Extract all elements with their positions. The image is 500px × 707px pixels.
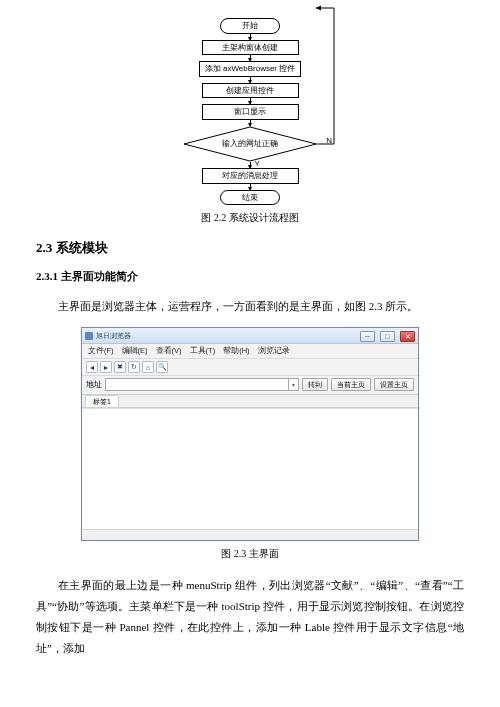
address-dropdown-icon[interactable]: ▾: [288, 379, 298, 390]
menu-history[interactable]: 浏览记录: [257, 346, 291, 356]
tool-strip: ◄ ► ✖ ↻ ⌂ 🔍: [82, 359, 418, 376]
title-bar: 旭日浏览器 ─ □ ✕: [82, 328, 418, 344]
heading-2-3-1: 2.3.1 主界面功能简介: [36, 269, 464, 284]
address-panel: 地址 ▾ 转到 当前主页 设置主页: [82, 376, 418, 395]
tab-strip: 标签1: [82, 395, 418, 408]
stop-icon[interactable]: ✖: [114, 361, 126, 373]
flow-decision-label: 输入的网址正确: [170, 126, 330, 162]
flow-step-5: 对应的消息处理: [202, 168, 299, 184]
paragraph-1: 主界面是浏览器主体，运营程序，一方面看到的是主界面，如图 2.3 所示。: [36, 296, 464, 317]
flow-decision-yes: Y: [255, 159, 260, 168]
back-icon[interactable]: ◄: [86, 361, 98, 373]
flow-step-3: 创建应用控件: [202, 83, 299, 99]
svg-marker-1: [316, 5, 321, 10]
set-home-button[interactable]: 设置主页: [374, 378, 414, 391]
tab-1[interactable]: 标签1: [85, 395, 119, 407]
flow-decision: 输入的网址正确 N: [170, 126, 330, 162]
search-icon[interactable]: 🔍: [156, 361, 168, 373]
flow-step-2: 添加 axWebBrowser 控件: [199, 61, 302, 77]
address-input[interactable]: ▾: [105, 378, 299, 391]
window-title: 旭日浏览器: [96, 331, 131, 341]
figure-caption-22: 图 2.2 系统设计流程图: [36, 211, 464, 225]
figure-caption-23: 图 2.3 主界面: [36, 547, 464, 561]
current-home-button[interactable]: 当前主页: [331, 378, 371, 391]
maximize-button[interactable]: □: [380, 331, 395, 342]
menu-bar: 文件(F) 编辑(E) 查看(V) 工具(T) 帮助(H) 浏览记录: [82, 344, 418, 359]
flowchart: 开始 主架构窗体创建 添加 axWebBrowser 控件 创建应用控件 窗口显…: [160, 18, 340, 205]
menu-file[interactable]: 文件(F): [87, 346, 115, 356]
menu-help[interactable]: 帮助(H): [222, 346, 250, 356]
close-button[interactable]: ✕: [400, 331, 415, 342]
flow-end: 结束: [220, 190, 280, 206]
refresh-icon[interactable]: ↻: [128, 361, 140, 373]
address-label: 地址: [86, 380, 102, 390]
app-window: 旭日浏览器 ─ □ ✕ 文件(F) 编辑(E) 查看(V) 工具(T) 帮助(H…: [81, 327, 419, 541]
menu-tools[interactable]: 工具(T): [189, 346, 217, 356]
paragraph-2: 在主界面的最上边是一种 menuStrip 组件，列出浏览器“文献”、“编辑”、…: [36, 575, 464, 659]
flow-start: 开始: [220, 18, 280, 34]
home-icon[interactable]: ⌂: [142, 361, 154, 373]
menu-view[interactable]: 查看(V): [155, 346, 183, 356]
app-icon: [85, 332, 93, 340]
flow-step-1: 主架构窗体创建: [202, 40, 299, 56]
menu-edit[interactable]: 编辑(E): [121, 346, 149, 356]
go-button[interactable]: 转到: [302, 378, 328, 391]
heading-2-3: 2.3 系统模块: [36, 239, 464, 257]
forward-icon[interactable]: ►: [100, 361, 112, 373]
browser-content: [82, 408, 418, 529]
status-bar: [82, 529, 418, 540]
document-page: 开始 主架构窗体创建 添加 axWebBrowser 控件 创建应用控件 窗口显…: [0, 0, 500, 707]
flow-step-4: 窗口显示: [202, 104, 299, 120]
minimize-button[interactable]: ─: [360, 331, 375, 342]
